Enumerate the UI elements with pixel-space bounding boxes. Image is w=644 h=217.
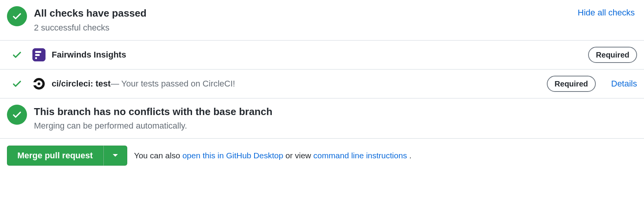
open-github-desktop-link[interactable]: open this in GitHub Desktop bbox=[182, 151, 283, 160]
merge-help-text: You can also open this in GitHub Desktop… bbox=[134, 149, 411, 162]
checks-summary-section: All checks have passed 2 successful chec… bbox=[0, 0, 644, 41]
merge-button-group: Merge pull request bbox=[7, 146, 127, 166]
merge-section: Merge pull request You can also open thi… bbox=[0, 139, 644, 173]
circleci-icon bbox=[32, 77, 46, 90]
toggle-checks-link[interactable]: Hide all checks bbox=[578, 6, 635, 19]
check-text: ci/circleci: test — Your tests passed on… bbox=[52, 77, 542, 90]
checks-summary-text: All checks have passed 2 successful chec… bbox=[34, 6, 147, 34]
list-item: Fairwinds Insights Required bbox=[0, 41, 644, 70]
required-badge: Required bbox=[588, 47, 637, 63]
svg-rect-7 bbox=[32, 82, 36, 85]
conflicts-section: This branch has no conflicts with the ba… bbox=[0, 98, 644, 139]
conflicts-text: This branch has no conflicts with the ba… bbox=[34, 105, 272, 132]
list-item: ci/circleci: test — Your tests passed on… bbox=[0, 70, 644, 98]
check-name: Fairwinds Insights bbox=[52, 48, 126, 61]
check-success-circle-icon bbox=[7, 105, 27, 125]
chevron-down-icon bbox=[112, 153, 118, 158]
merge-help-middle: or view bbox=[285, 151, 313, 160]
conflicts-subtitle: Merging can be performed automatically. bbox=[34, 119, 272, 132]
merge-help-suffix: . bbox=[409, 151, 411, 160]
svg-rect-2 bbox=[35, 54, 40, 56]
svg-rect-1 bbox=[35, 51, 41, 53]
check-text: Fairwinds Insights bbox=[52, 48, 583, 61]
fairwinds-icon bbox=[32, 48, 46, 61]
svg-rect-3 bbox=[35, 57, 37, 59]
check-success-circle-icon bbox=[7, 6, 27, 26]
check-success-icon bbox=[7, 49, 27, 60]
merge-pull-request-button[interactable]: Merge pull request bbox=[7, 146, 103, 166]
check-name: ci/circleci: test bbox=[52, 77, 111, 90]
check-success-icon bbox=[7, 78, 27, 89]
checks-summary-subtitle: 2 successful checks bbox=[34, 21, 147, 34]
command-line-instructions-link[interactable]: command line instructions bbox=[314, 151, 407, 160]
svg-point-6 bbox=[38, 82, 40, 85]
merge-help-prefix: You can also bbox=[134, 151, 182, 160]
checks-summary-title: All checks have passed bbox=[34, 7, 147, 20]
check-details-link[interactable]: Details bbox=[611, 77, 637, 90]
conflicts-title: This branch has no conflicts with the ba… bbox=[34, 105, 272, 118]
check-description: — Your tests passed on CircleCI! bbox=[111, 77, 235, 90]
required-badge: Required bbox=[547, 76, 596, 92]
merge-dropdown-button[interactable] bbox=[103, 146, 127, 166]
